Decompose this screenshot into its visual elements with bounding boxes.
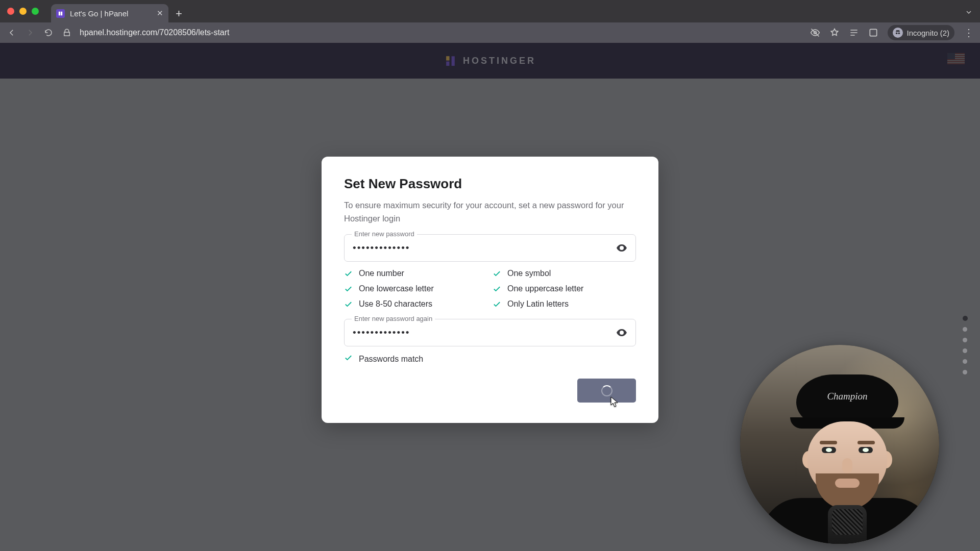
progress-dot[interactable] bbox=[963, 348, 967, 353]
site-info-icon[interactable] bbox=[61, 27, 72, 38]
browser-tab[interactable]: Let's Go | hPanel ✕ bbox=[51, 4, 168, 22]
svg-rect-1 bbox=[870, 29, 876, 36]
extensions-icon[interactable] bbox=[868, 28, 878, 38]
incognito-icon bbox=[893, 28, 903, 38]
req-label: Only Latin letters bbox=[507, 299, 569, 309]
req-length: Use 8-50 characters bbox=[344, 299, 487, 309]
back-button[interactable] bbox=[6, 27, 17, 38]
confirm-password-input[interactable] bbox=[345, 319, 605, 346]
check-icon bbox=[344, 285, 353, 293]
progress-dot[interactable] bbox=[963, 327, 967, 332]
locale-flag-overlay bbox=[947, 53, 965, 64]
reload-button[interactable] bbox=[43, 27, 54, 38]
brand-logo[interactable]: HOSTINGER bbox=[444, 55, 536, 67]
new-tab-button[interactable]: + bbox=[176, 7, 182, 20]
browser-menu-button[interactable]: ⋮ bbox=[964, 27, 974, 39]
check-icon bbox=[344, 354, 353, 364]
req-label: One lowercase letter bbox=[359, 284, 434, 293]
page-progress-dots[interactable] bbox=[963, 316, 968, 374]
svg-point-3 bbox=[898, 32, 900, 34]
incognito-label: Incognito (2) bbox=[907, 29, 949, 37]
req-label: One symbol bbox=[507, 269, 551, 278]
forward-button[interactable] bbox=[24, 27, 36, 38]
webcam-overlay: —— bbox=[740, 345, 939, 544]
progress-dot[interactable] bbox=[963, 316, 968, 321]
progress-dot[interactable] bbox=[963, 370, 967, 374]
brand-name: HOSTINGER bbox=[463, 56, 536, 66]
toggle-confirm-visibility-button[interactable] bbox=[615, 326, 628, 339]
window-close-button[interactable] bbox=[7, 8, 14, 15]
browser-tabstrip: Let's Go | hPanel ✕ + bbox=[0, 0, 980, 22]
req-label: Use 8-50 characters bbox=[359, 299, 432, 309]
passwords-match-label: Passwords match bbox=[359, 355, 423, 364]
req-one-uppercase: One uppercase letter bbox=[493, 284, 636, 293]
tab-favicon bbox=[56, 9, 65, 18]
new-password-label: Enter new password bbox=[352, 230, 417, 238]
tab-overflow-button[interactable] bbox=[965, 8, 973, 18]
progress-dot[interactable] bbox=[963, 338, 967, 342]
check-icon bbox=[344, 269, 353, 278]
window-minimize-button[interactable] bbox=[19, 8, 27, 15]
check-icon bbox=[344, 300, 353, 309]
window-traffic-lights[interactable] bbox=[7, 8, 39, 15]
req-label: One number bbox=[359, 269, 404, 278]
reading-list-icon[interactable] bbox=[849, 28, 859, 38]
site-header: HOSTINGER bbox=[0, 43, 980, 79]
req-one-number: One number bbox=[344, 269, 487, 278]
address-bar[interactable]: hpanel.hostinger.com/70208506/lets-start bbox=[80, 28, 803, 37]
new-password-input[interactable] bbox=[345, 235, 605, 261]
browser-toolbar: hpanel.hostinger.com/70208506/lets-start… bbox=[0, 22, 980, 43]
check-icon bbox=[493, 269, 501, 278]
svg-point-2 bbox=[896, 32, 898, 34]
bookmark-star-icon[interactable] bbox=[829, 28, 840, 38]
page-viewport: HOSTINGER Set New Password To ensure max… bbox=[0, 43, 980, 551]
svg-point-4 bbox=[621, 247, 623, 249]
eye-off-icon[interactable] bbox=[810, 28, 820, 38]
req-one-symbol: One symbol bbox=[493, 269, 636, 278]
password-requirements: One number One symbol One lowercase lett… bbox=[344, 269, 636, 309]
tab-title: Let's Go | hPanel bbox=[70, 9, 128, 18]
incognito-indicator[interactable]: Incognito (2) bbox=[888, 25, 954, 40]
confirm-password-label: Enter new password again bbox=[352, 315, 435, 322]
toggle-password-visibility-button[interactable] bbox=[615, 241, 628, 255]
loading-spinner-icon bbox=[601, 385, 612, 396]
new-password-field[interactable]: Enter new password bbox=[344, 234, 636, 262]
confirm-password-field[interactable]: Enter new password again bbox=[344, 319, 636, 346]
req-latin: Only Latin letters bbox=[493, 299, 636, 309]
check-icon bbox=[493, 285, 501, 293]
confirm-button[interactable] bbox=[577, 379, 636, 403]
progress-dot[interactable] bbox=[963, 359, 967, 364]
check-icon bbox=[493, 300, 501, 309]
modal-subtitle: To ensure maximum security for your acco… bbox=[344, 199, 636, 225]
svg-point-5 bbox=[621, 332, 623, 334]
tab-close-button[interactable]: ✕ bbox=[157, 9, 163, 18]
req-one-lowercase: One lowercase letter bbox=[344, 284, 487, 293]
hostinger-logo-icon bbox=[444, 55, 457, 67]
window-zoom-button[interactable] bbox=[32, 8, 39, 15]
req-label: One uppercase letter bbox=[507, 284, 583, 293]
modal-title: Set New Password bbox=[344, 176, 636, 192]
set-password-modal: Set New Password To ensure maximum secur… bbox=[322, 157, 658, 423]
passwords-match-row: Passwords match bbox=[344, 354, 636, 364]
